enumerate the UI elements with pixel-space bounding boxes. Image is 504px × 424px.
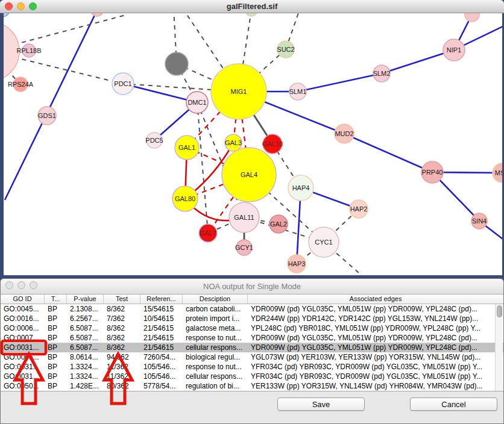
cell: GO:0050... <box>1 381 45 391</box>
table-row[interactable]: GO:0031...BP1.3324...11/362105/546...res… <box>1 362 503 372</box>
cell: carbon cataboli... <box>183 304 248 314</box>
column-header-associated-edges[interactable]: Associated edges <box>248 295 503 304</box>
node-label-PDC1: PDC1 <box>114 80 131 87</box>
cell: GO:0045... <box>1 304 45 314</box>
node-label-GAL11: GAL11 <box>234 214 254 221</box>
edge-bigpink-stubUR <box>4 14 128 51</box>
node-label-HAP4: HAP4 <box>292 184 310 192</box>
column-header-t-[interactable]: T... <box>45 295 67 304</box>
scrollbar-thumb[interactable] <box>497 305 502 317</box>
cell: 1.3324... <box>67 372 104 381</box>
edge-slm2-nip1 <box>382 50 454 73</box>
cell: 94/362 <box>104 352 140 362</box>
node-label-NIP1: NIP1 <box>447 46 461 54</box>
vertical-scrollbar[interactable] <box>495 304 503 391</box>
window-title: galFiltered.sif <box>0 2 504 11</box>
node-graynode[interactable] <box>165 52 188 75</box>
window-title: NOA output for Single Mode <box>1 282 503 291</box>
node-pinkA[interactable] <box>91 13 103 16</box>
cell: YFR034C (pd) YBR093C, YDR009W (pd) YGL03… <box>248 372 503 381</box>
cell: BP <box>45 304 67 314</box>
cell: GO:0031... <box>1 343 45 352</box>
cell: BP <box>45 352 67 362</box>
table-body: GO:0045...BP2.1308...8/36215/54615carbon… <box>1 304 503 391</box>
column-header-go-id[interactable]: GO ID <box>1 295 45 304</box>
cell: 21/54615 <box>140 323 183 333</box>
cell: response to nut... <box>183 362 248 372</box>
node-label-MIG1: MIG1 <box>231 88 247 95</box>
node-label-HAP2: HAP2 <box>350 205 368 213</box>
node-label-DMC1: DMC1 <box>187 99 206 106</box>
node-label-RPS24A: RPS24A <box>8 81 34 88</box>
node-label-SLM1: SLM1 <box>289 88 307 95</box>
noa-output-window: NOA output for Single Mode GO IDT...P-va… <box>0 278 504 424</box>
table-row[interactable]: GO:0050...BP1.428E...80/3625778/54...reg… <box>1 381 503 391</box>
cell: 8/362 <box>104 333 140 343</box>
cell: BP <box>45 381 67 391</box>
cell: YDR009W (pd) YGL035C, YML051W (pp) YDR00… <box>248 304 503 314</box>
noa-titlebar[interactable]: NOA output for Single Mode <box>1 279 503 295</box>
node-label-GAL7: GAL7 <box>200 229 216 237</box>
save-button[interactable]: Save <box>277 398 365 411</box>
cell: BP <box>45 362 67 372</box>
edge-pinkA-exitL <box>5 13 97 200</box>
table-row[interactable]: GO:0045...BP2.1308...8/36215/54615carbon… <box>1 304 503 314</box>
table-row[interactable]: GO:0016...BP6.2567...7/36210/54615protei… <box>1 314 503 323</box>
table-row[interactable]: GO:0065...BP8.0614...94/3627260/54...bio… <box>1 352 503 362</box>
cell: 6.5087... <box>67 343 104 352</box>
node-label-GDS1: GDS1 <box>38 112 56 119</box>
cell: 11/362 <box>104 362 140 372</box>
node-label-CYC1: CYC1 <box>315 238 332 246</box>
cancel-button[interactable]: Cancel <box>410 398 497 411</box>
cell: GO:0065... <box>1 352 45 362</box>
node-label-RPL18B: RPL18B <box>17 47 42 54</box>
cell: YPL248C (pd) YBR018C, YML051W (pp) YDR00… <box>248 323 503 333</box>
table-row[interactable]: GO:0006...BP6.5087...8/36221/54615galact… <box>1 323 503 333</box>
cell: 105/546... <box>140 372 183 381</box>
node-label-GAL3: GAL3 <box>225 139 242 146</box>
table-row[interactable]: GO:0031...BP1.3324...11/362105/546...cel… <box>1 372 503 381</box>
cell: YFR034C (pd) YBR093C, YDR009W (pd) YGL03… <box>248 362 503 372</box>
cell: YDR009W (pd) YGL035C, YML051W (pp) YDR00… <box>248 333 503 343</box>
cell: 2.1308... <box>67 304 104 314</box>
column-header-referen-[interactable]: Referen... <box>140 295 183 304</box>
node-label-GAL2: GAL2 <box>270 220 287 228</box>
network-window: galFiltered.sif RPL18BRPS24AGDS1PDC1DMC1… <box>0 0 504 278</box>
table-header: GO IDT...P-valueTestReferen...Desciption… <box>1 295 503 304</box>
cell: GO:0016... <box>1 314 45 323</box>
node-label-MSN: MSN <box>495 169 502 176</box>
cell: 8/362 <box>104 304 140 314</box>
divider <box>1 391 503 391</box>
node-label-HAP3: HAP3 <box>288 260 306 267</box>
network-canvas[interactable]: RPL18BRPS24AGDS1PDC1DMC1MIG1SUC2SLM1SLM2… <box>4 13 502 275</box>
node-label-GAL80: GAL80 <box>175 195 195 202</box>
cell: BP <box>45 323 67 333</box>
column-header-test[interactable]: Test <box>104 295 140 304</box>
cell: cellular respons... <box>183 372 248 381</box>
cell: 8/362 <box>104 323 140 333</box>
cell: 105/546... <box>140 362 183 372</box>
node-greenB[interactable] <box>245 13 257 16</box>
column-header-desciption[interactable]: Desciption <box>183 295 248 304</box>
node-pinkC[interactable] <box>465 13 479 22</box>
edge-mud2-prp40 <box>344 134 432 172</box>
cell: YGL073W (pd) YER103W, YER133W (pp) YOR31… <box>248 352 503 362</box>
table-row[interactable]: GO:0007...BP6.5087...8/36221/54615respon… <box>1 333 503 343</box>
cell: 5778/54... <box>140 381 183 391</box>
cell: 10/54615 <box>140 314 183 323</box>
node-cornerblue[interactable] <box>4 13 10 17</box>
cell: 1.3324... <box>67 362 104 372</box>
cell: response to nut... <box>183 333 248 343</box>
node-label-GAL10: GAL10 <box>262 140 283 148</box>
cell: regulation of bi... <box>183 381 248 391</box>
cell: 6.5087... <box>67 323 104 333</box>
table-row[interactable]: GO:0031...BP6.5087...8/36221/54615cellul… <box>1 343 503 352</box>
cell: GO:0006... <box>1 323 45 333</box>
cell: 8.0614... <box>67 352 104 362</box>
network-titlebar[interactable]: galFiltered.sif <box>0 0 504 13</box>
node-label-SIN4: SIN4 <box>472 217 487 225</box>
cell: GO:0031... <box>1 372 45 381</box>
column-header-p-value[interactable]: P-value <box>67 295 104 304</box>
cell: YER133W (pp) YOR315W, YNL145W (pd) YHR08… <box>248 381 503 391</box>
cell: 6.2567... <box>67 314 104 323</box>
